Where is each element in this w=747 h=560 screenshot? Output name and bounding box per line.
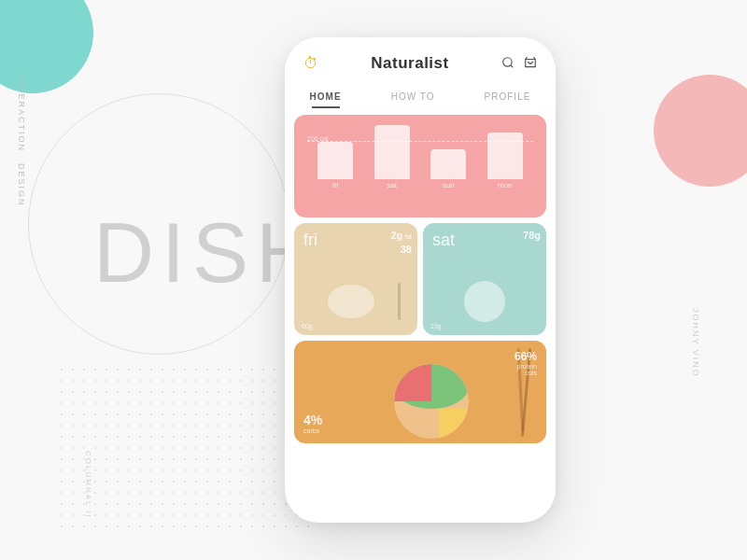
plate-section-yellow bbox=[439, 409, 469, 439]
sat-stats: 78g bbox=[523, 229, 541, 243]
fri-stat-2: 38 bbox=[390, 243, 412, 257]
bottom-card-stats-right: 66% protein cuts bbox=[514, 350, 537, 376]
header-icons-right bbox=[501, 56, 537, 72]
label-fri: fri bbox=[332, 181, 339, 189]
fri-stat-1: 2g fat bbox=[390, 229, 412, 243]
phone-content: 200 cal fri sat sun bbox=[285, 107, 556, 518]
tab-home[interactable]: HOME bbox=[301, 86, 351, 107]
fri-spoon bbox=[398, 283, 401, 320]
svg-point-0 bbox=[503, 57, 512, 65]
bottom-plate bbox=[394, 364, 469, 439]
protein-pct: 66% bbox=[514, 350, 537, 363]
plate-section-red bbox=[394, 364, 431, 401]
clock-icon: ⏱ bbox=[303, 55, 318, 72]
side-text-interaction: INTERACTION bbox=[17, 75, 26, 152]
protein-sub: cuts bbox=[514, 370, 537, 376]
chart-bar-fri: fri bbox=[317, 142, 353, 189]
fri-food-bowl bbox=[328, 285, 374, 318]
tab-profile[interactable]: PROFILE bbox=[475, 86, 541, 107]
svg-line-1 bbox=[511, 64, 514, 67]
search-icon[interactable] bbox=[501, 56, 514, 72]
bg-circle-pink bbox=[654, 75, 747, 187]
nav-tabs: HOME HOW TO PROFILE bbox=[285, 82, 556, 107]
plate-inner bbox=[394, 364, 469, 439]
label-sun: sun bbox=[443, 181, 455, 189]
chart-bar-sat: sat bbox=[374, 125, 410, 189]
fri-stats: 2g fat 38 bbox=[390, 229, 412, 258]
fri-label: fri bbox=[303, 231, 317, 250]
sat-stat-1: 78g bbox=[523, 229, 541, 243]
side-text-right: JOHNY VINO bbox=[691, 308, 700, 382]
sat-label: sat bbox=[432, 231, 455, 250]
tab-howto[interactable]: HOW TO bbox=[382, 86, 444, 107]
side-text-columnal: COLUMNAL II bbox=[84, 451, 92, 519]
side-text-design: DESIGN bbox=[17, 163, 26, 207]
chart-bar-sun: sun bbox=[430, 149, 466, 189]
day-card-fri: fri 2g fat 38 60g bbox=[294, 223, 417, 335]
sat-food-plate bbox=[464, 281, 505, 322]
bar-sat bbox=[374, 125, 410, 179]
protein-label: protein bbox=[514, 363, 537, 370]
sat-bottom-stat: 23g bbox=[430, 323, 442, 329]
app-title: Naturalist bbox=[371, 54, 448, 73]
app-header: ⏱ Naturalist bbox=[285, 37, 556, 82]
bar-sun bbox=[430, 149, 466, 179]
day-card-sat: sat 78g 23g bbox=[423, 223, 546, 335]
side-text-author: JOHNY VINO bbox=[691, 308, 700, 378]
chart-area: 200 cal fri sat sun bbox=[307, 124, 533, 189]
label-sat: sat bbox=[387, 181, 397, 189]
carbs-stat: 4% bbox=[303, 413, 322, 427]
side-text-bottom-left: COLUMNAL II bbox=[84, 451, 92, 523]
bg-circle-teal bbox=[0, 0, 93, 93]
chart-dashed-line bbox=[307, 141, 533, 142]
carbs-pct: 4% bbox=[303, 413, 322, 427]
bottom-food-card: 4% carbs 66% protein cuts bbox=[294, 341, 546, 443]
phone-wrapper: ⏱ Naturalist HOME HOW TO PROFILE 200 c bbox=[285, 37, 556, 523]
two-col-cards: fri 2g fat 38 60g sat 78g 23g bbox=[294, 223, 546, 335]
bar-fri bbox=[317, 142, 353, 179]
bar-mon bbox=[487, 133, 523, 179]
weekly-chart-card: 200 cal fri sat sun bbox=[294, 115, 546, 217]
phone-frame: ⏱ Naturalist HOME HOW TO PROFILE 200 c bbox=[285, 37, 556, 523]
cart-icon[interactable] bbox=[524, 56, 537, 72]
bottom-card-stats-left: 4% carbs bbox=[303, 413, 322, 434]
fri-bottom-stat: 60g bbox=[302, 323, 313, 329]
label-mon: mon bbox=[498, 181, 513, 189]
carbs-label: carbs bbox=[303, 427, 322, 434]
side-text-left: INTERACTION DESIGN bbox=[17, 75, 26, 207]
dot-grid bbox=[56, 364, 317, 532]
